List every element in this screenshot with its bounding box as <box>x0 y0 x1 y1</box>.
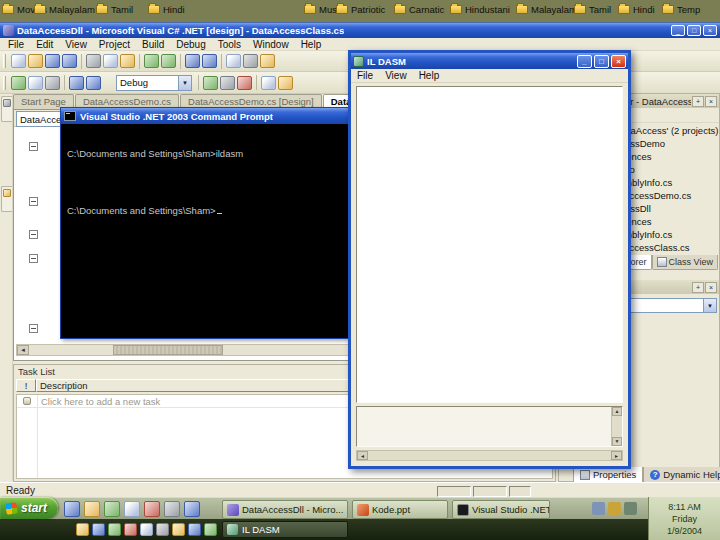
desktop-shortcut[interactable]: Tamil <box>574 4 611 15</box>
stop-debug-icon[interactable] <box>237 76 252 90</box>
quick-launch-icon-9[interactable] <box>92 523 105 536</box>
ildasm-titlebar[interactable]: IL DASM _ □ × <box>351 53 628 69</box>
scroll-down-arrow[interactable]: ▼ <box>612 437 622 446</box>
code-outline-collapse-icon[interactable] <box>29 230 38 239</box>
cut-icon[interactable] <box>86 54 101 68</box>
menu-view[interactable]: View <box>59 39 93 50</box>
navigate-forward-icon[interactable] <box>202 54 217 68</box>
menu-help[interactable]: Help <box>413 70 446 81</box>
taskbar-button-powerpoint[interactable]: Kode.ppt <box>352 500 448 519</box>
quick-launch-icon-3[interactable] <box>104 501 120 517</box>
scroll-left-arrow[interactable]: ◄ <box>357 451 368 460</box>
taskbar-button-command-prompt[interactable]: Visual Studio .NET 2... <box>452 500 550 519</box>
ildasm-window[interactable]: IL DASM _ □ × File View Help ▲ ▼ ◄ ► <box>348 50 631 469</box>
new-file-icon[interactable] <box>11 54 26 68</box>
minimize-button[interactable]: _ <box>671 25 685 36</box>
close-icon[interactable]: × <box>705 282 717 293</box>
navigate-back-icon[interactable] <box>185 54 200 68</box>
find-icon[interactable] <box>45 76 60 90</box>
close-button[interactable]: × <box>703 25 717 36</box>
start-debug-icon[interactable] <box>203 76 218 90</box>
quick-launch-icon-1[interactable] <box>64 501 80 517</box>
quick-launch-icon-4[interactable] <box>124 501 140 517</box>
desktop-shortcut[interactable]: Malayalam <box>516 4 577 15</box>
new-item-icon[interactable] <box>11 76 26 90</box>
ildasm-tree-area[interactable] <box>356 86 623 403</box>
tab-properties[interactable]: Properties <box>573 467 643 483</box>
code-outline-collapse-icon[interactable] <box>29 324 38 333</box>
tab-dynamic-help[interactable]: ?Dynamic Help <box>643 467 720 483</box>
menu-edit[interactable]: Edit <box>30 39 59 50</box>
quick-launch-icon-13[interactable] <box>156 523 169 536</box>
tray-icon-1[interactable] <box>592 502 605 515</box>
comment-icon[interactable] <box>69 76 84 90</box>
close-button[interactable]: × <box>611 55 626 68</box>
properties-window-icon[interactable] <box>243 54 258 68</box>
code-outline-collapse-icon[interactable] <box>29 197 38 206</box>
desktop-shortcut[interactable]: Patriotic <box>336 4 385 15</box>
scroll-up-arrow[interactable]: ▲ <box>612 407 622 416</box>
close-icon[interactable]: × <box>705 96 717 107</box>
quick-launch-icon-7[interactable] <box>184 501 200 517</box>
restore-button[interactable]: □ <box>687 25 701 36</box>
add-class-icon[interactable] <box>28 76 43 90</box>
toolbar-grip[interactable] <box>3 54 6 68</box>
quick-launch-icon-8[interactable] <box>76 523 89 536</box>
undo-icon[interactable] <box>144 54 159 68</box>
taskbar-clock[interactable]: 8:11 AM Friday 1/9/2004 <box>648 497 720 540</box>
menu-help[interactable]: Help <box>295 39 328 50</box>
desktop-shortcut[interactable]: Temp <box>662 4 700 15</box>
priority-column-header[interactable]: ! <box>16 379 36 392</box>
tab-class-view[interactable]: Class View <box>652 255 718 270</box>
quick-launch-icon-2[interactable] <box>84 501 100 517</box>
uncomment-icon[interactable] <box>86 76 101 90</box>
scroll-thumb[interactable] <box>113 345 223 355</box>
quick-launch-icon-11[interactable] <box>124 523 137 536</box>
toolbox-tab[interactable] <box>1 186 12 212</box>
quick-launch-icon-15[interactable] <box>188 523 201 536</box>
build-icon[interactable] <box>278 76 293 90</box>
toolbar-grip[interactable] <box>3 76 6 90</box>
vs-titlebar[interactable]: DataAccessDll - Microsoft Visual C# .NET… <box>0 23 720 38</box>
ildasm-vertical-scrollbar[interactable]: ▲ ▼ <box>611 407 622 446</box>
solution-explorer-icon[interactable] <box>226 54 241 68</box>
desktop-shortcut[interactable]: Hindi <box>618 4 655 15</box>
pin-icon[interactable]: + <box>692 96 704 107</box>
start-button[interactable]: start <box>0 497 58 519</box>
desktop-shortcut[interactable]: Carnatic <box>394 4 444 15</box>
desktop-shortcut[interactable]: Hindi <box>148 4 185 15</box>
quick-launch-icon-12[interactable] <box>140 523 153 536</box>
tray-icon-2[interactable] <box>608 502 621 515</box>
break-all-icon[interactable] <box>220 76 235 90</box>
scroll-right-arrow[interactable]: ► <box>611 451 622 460</box>
save-all-icon[interactable] <box>62 54 77 68</box>
ildasm-horizontal-scrollbar[interactable]: ◄ ► <box>356 450 623 461</box>
menu-build[interactable]: Build <box>136 39 170 50</box>
chevron-down-icon[interactable]: ▼ <box>703 299 716 312</box>
quick-launch-icon-5[interactable] <box>144 501 160 517</box>
save-icon[interactable] <box>45 54 60 68</box>
menu-tools[interactable]: Tools <box>212 39 247 50</box>
taskbar-button-ildasm-active[interactable]: IL DASM <box>222 521 348 538</box>
class-view-icon[interactable] <box>260 54 275 68</box>
server-explorer-tab[interactable] <box>1 96 12 122</box>
desktop-shortcut[interactable]: Hindustani <box>450 4 510 15</box>
code-outline-collapse-icon[interactable] <box>29 254 38 263</box>
quick-launch-icon-16[interactable] <box>204 523 217 536</box>
taskbar-button-vs[interactable]: DataAccessDll - Micro... <box>222 500 348 519</box>
desktop-shortcut[interactable]: Tamil <box>96 4 133 15</box>
desktop-shortcut[interactable]: Malayalam <box>34 4 95 15</box>
maximize-button[interactable]: □ <box>594 55 609 68</box>
quick-launch-icon-6[interactable] <box>164 501 180 517</box>
menu-file[interactable]: File <box>2 39 30 50</box>
tray-icon-3[interactable] <box>624 502 637 515</box>
ildasm-info-box[interactable]: ▲ ▼ <box>356 406 623 447</box>
minimize-button[interactable]: _ <box>577 55 592 68</box>
menu-debug[interactable]: Debug <box>170 39 211 50</box>
menu-project[interactable]: Project <box>93 39 136 50</box>
copy-icon[interactable] <box>103 54 118 68</box>
quick-launch-icon-14[interactable] <box>172 523 185 536</box>
step-over-icon[interactable] <box>261 76 276 90</box>
solution-configurations-dropdown[interactable]: Debug ▼ <box>116 75 192 91</box>
menu-window[interactable]: Window <box>247 39 295 50</box>
